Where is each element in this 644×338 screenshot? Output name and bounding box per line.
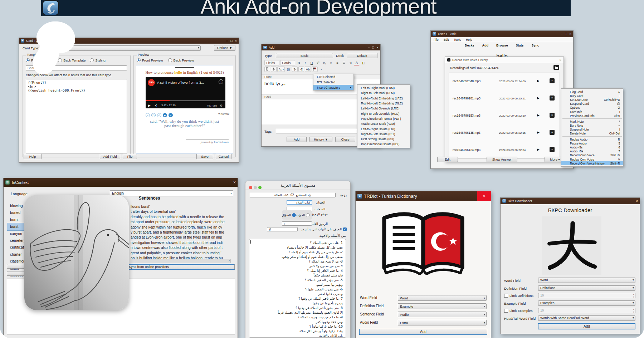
delete-recording-button[interactable]: ×	[550, 78, 555, 83]
play-recording-icon[interactable]: ▶	[537, 96, 540, 100]
example-field-select[interactable]: Examples▾	[538, 300, 635, 306]
incontext-titlebar[interactable]: ▩ InContext ×	[4, 178, 238, 187]
volume-icon[interactable]: ◖)	[154, 104, 157, 107]
abbreviation-icon[interactable]: Ab	[305, 67, 311, 72]
headtail-field-select[interactable]: Words With Same Head/Tail Word▾	[538, 315, 635, 321]
trdict-titlebar[interactable]: ★ TRDict - Turkish Dictionary ×	[356, 191, 491, 201]
open-folder-button[interactable]	[553, 65, 559, 70]
context-menu-item[interactable]: Record Own VoiceShift+V	[561, 153, 623, 157]
play-icon[interactable]: ▶	[148, 104, 151, 107]
card-options-button[interactable]: Options ▼	[214, 45, 235, 51]
context-menu-item[interactable]: Card InfoI	[561, 110, 623, 114]
close-button[interactable]: Close	[335, 137, 355, 142]
field-select[interactable]: Audio▾	[398, 312, 487, 317]
context-menu-item[interactable]: Record Own Voice HistoryShift+R	[561, 161, 623, 165]
play-recording-icon[interactable]: ▶	[537, 148, 540, 151]
skip-back-icon[interactable]: «	[146, 113, 150, 117]
insert-character-item[interactable]: Pop Directional Isolate (PDI)	[357, 142, 410, 147]
mathjax-icon[interactable]: ƒx ▾	[277, 67, 285, 72]
delete-recording-button[interactable]: ×	[550, 113, 555, 118]
rtl-menu-item[interactable]: Insert Characters▸	[313, 85, 353, 90]
context-menu-item[interactable]: Replay AudioR	[561, 137, 623, 141]
unordered-list-icon[interactable]: ≡	[335, 60, 340, 65]
flip-button[interactable]: Flip	[123, 154, 137, 159]
sentences-list[interactable]: lloons burst't after days of torrential …	[131, 204, 234, 261]
voice-dialog-titlebar[interactable]: ● Record Own Voice History ×	[445, 57, 564, 63]
context-menu-item[interactable]: Delete NoteCtrl+Del	[561, 132, 623, 136]
spinner-arrows-icon[interactable]: ▴▾	[633, 293, 634, 298]
maximize-icon[interactable]: □	[372, 46, 374, 49]
title-input[interactable]: كتاب الصلاة	[287, 200, 312, 205]
definition-field-select[interactable]: Definitions▾	[538, 285, 635, 291]
word-field-select[interactable]: Word▾	[538, 278, 635, 283]
maximize-icon[interactable]: □	[230, 39, 232, 43]
scroll-right-icon[interactable]: ›	[229, 259, 230, 263]
video-player[interactable]: TED A sci-fi vision of love from a 3... …	[146, 77, 225, 108]
menubar-item[interactable]: File	[434, 38, 439, 41]
toolbar-more-icon[interactable]: ▾	[318, 67, 324, 72]
context-menu-item[interactable]: Audio +5s7	[561, 150, 623, 153]
insert-character-item[interactable]: First Strong Isolate (FSI)	[357, 137, 410, 142]
context-menu-item[interactable]: Mark Note*	[561, 119, 623, 123]
rtl-menu-item[interactable]: RTL Selected	[313, 79, 353, 85]
field-select[interactable]: Word▾	[398, 295, 487, 301]
close-icon[interactable]: ×	[560, 58, 561, 62]
show-answer-button[interactable]: Show Answer	[487, 157, 517, 162]
symbols-input[interactable]: ؟	[282, 221, 312, 226]
note-type-button[interactable]: Basic	[276, 53, 333, 58]
context-menu-item[interactable]: Audio -5s6	[561, 145, 623, 149]
context-menu-item[interactable]: OptionsO	[561, 106, 623, 110]
template-code-editor[interactable]: {{Front}}<br>{{english height=500:Front}…	[26, 79, 127, 153]
insert-character-item[interactable]: Left-to-Right Isolate (LRI)	[357, 126, 410, 131]
youglish-link[interactable]: YouGlish.com	[214, 141, 229, 144]
fields-button[interactable]: Fields...	[264, 60, 279, 65]
cloze-icon[interactable]: (|)	[286, 67, 291, 72]
text-color-icon[interactable]: A	[354, 60, 360, 65]
detect-checkbox[interactable]: ✓	[343, 227, 347, 231]
maximize-icon[interactable]: □	[565, 32, 567, 36]
play-recording-icon[interactable]: ▶	[537, 131, 540, 134]
cancel-button[interactable]: Cancel	[216, 154, 231, 159]
replay-icon[interactable]: ↻	[151, 113, 156, 117]
insert-character-item[interactable]: Right-to-Left Isolate (RLI)	[357, 132, 410, 137]
minimize-icon[interactable]: –	[226, 39, 228, 43]
microphone-icon[interactable]	[271, 67, 277, 72]
save-button[interactable]: Save	[196, 154, 213, 159]
highlight-color-icon[interactable]: ◧	[360, 60, 366, 65]
anki-titlebar[interactable]: ★ User 1 - Anki – □ ×	[431, 31, 573, 37]
skip-forward-icon[interactable]: »	[169, 113, 173, 117]
nav-link[interactable]: Stats	[516, 44, 524, 47]
mac-titlebar[interactable]: مستوى الأسئلة العربية	[245, 181, 350, 190]
close-icon[interactable]: ×	[235, 39, 237, 43]
radio-styling[interactable]: Styling	[90, 58, 106, 62]
menubar-item[interactable]: Edit	[444, 38, 449, 41]
limit-examples-checkbox[interactable]: Limit Examples	[504, 309, 532, 313]
superscript-icon[interactable]: x²	[315, 60, 321, 65]
spinner-arrows-icon[interactable]: ▴▾	[633, 308, 634, 313]
delete-recording-button[interactable]: ×	[550, 130, 555, 135]
add-button[interactable]: Add	[287, 137, 307, 142]
radio-question[interactable]: السؤال	[282, 213, 296, 217]
play-recording-icon[interactable]: ▶	[537, 79, 540, 83]
nav-link[interactable]: Add	[482, 44, 488, 47]
insert-character-item[interactable]: Arabic Letter Mark (ALM)	[357, 121, 410, 126]
radio-front-preview[interactable]: Front Preview	[137, 58, 163, 62]
cards-button[interactable]: Cards...	[280, 60, 295, 65]
minimize-icon[interactable]: –	[368, 46, 370, 49]
sentences-hscrollbar[interactable]: ›	[131, 259, 231, 263]
ltr-paragraph-icon[interactable]: ¶‹	[292, 67, 298, 72]
history-button[interactable]: History ▼	[309, 137, 332, 142]
context-menu-item[interactable]: Suspend Card@	[561, 102, 623, 106]
insert-character-item[interactable]: Left-to-Right Mark (LRM)	[357, 85, 410, 90]
limit-definitions-spinner[interactable]: 10▴▾	[538, 293, 635, 298]
minimize-icon[interactable]: –	[561, 32, 562, 36]
context-menu-item[interactable]: Previous Card InfoAlt+I	[561, 114, 623, 118]
youtube-logo[interactable]: YouTube	[207, 104, 217, 107]
italic-icon[interactable]: I	[302, 60, 308, 65]
close-icon[interactable]: ×	[377, 46, 379, 49]
attach-icon[interactable]	[264, 67, 270, 72]
insert-character-item[interactable]: Right-to-Left Embedding (RLE)	[357, 101, 410, 106]
context-menu-item[interactable]: Set Due DateCtrl+Shift+D	[561, 98, 623, 102]
close-icon[interactable]: ×	[233, 180, 236, 185]
context-menu-item[interactable]: Flag Card▸	[561, 90, 623, 94]
